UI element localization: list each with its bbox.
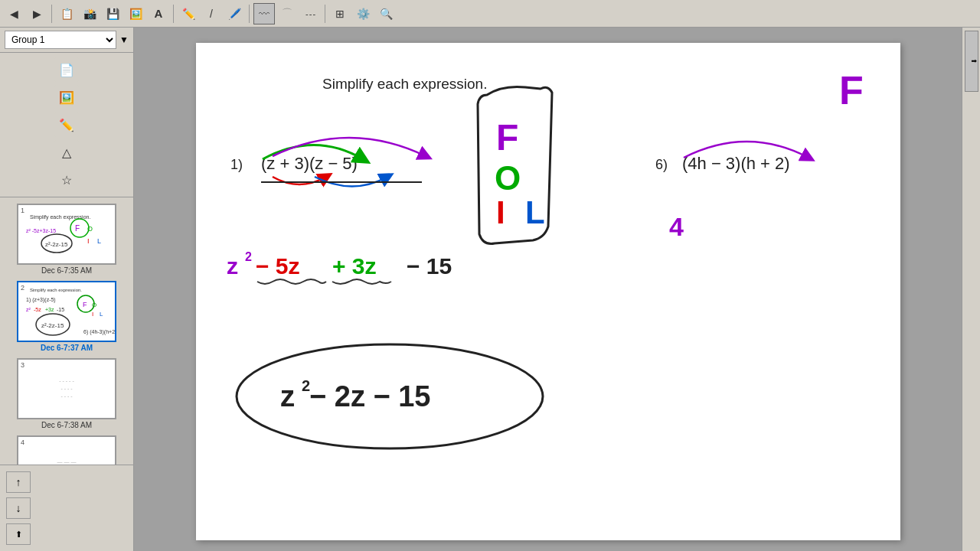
svg-text:-15: -15 <box>57 307 64 312</box>
prob6-expr: (4h − 3)(h + 2) <box>682 154 790 173</box>
sidebar: Group 1 ▼ 📄 🖼️ ✏️ △ ☆ 1 Simplify e <box>0 28 134 551</box>
group-select[interactable]: Group 1 <box>5 31 116 49</box>
copy-btn[interactable]: 📋 <box>56 3 77 24</box>
sidebar-header: Group 1 ▼ <box>0 28 133 53</box>
slide-label-3: Dec 6-7:38 AM <box>41 421 92 429</box>
step-minus5z: − 5z <box>256 253 300 279</box>
share-btn[interactable]: ⬆ <box>6 523 31 545</box>
highlighter-btn[interactable]: 🖊️ <box>224 3 245 24</box>
slide-label-1: Dec 6-7:35 AM <box>41 266 92 275</box>
slide-thumb-2[interactable]: 2 Simplify each expression. z²-2z-15 z² … <box>17 281 116 342</box>
svg-text:z²-2z-15: z²-2z-15 <box>41 322 64 329</box>
svg-text:+3z: +3z <box>45 307 54 312</box>
slide-thumb-4[interactable]: 4 — — —— — — <box>17 435 116 465</box>
step-minus15: − 15 <box>407 253 452 279</box>
svg-text:1) (z+3)(z-5): 1) (z+3)(z-5) <box>26 297 56 303</box>
right-scroll-btn[interactable]: ⬆ <box>965 31 978 92</box>
answer-z2-exp: 2 <box>302 377 310 394</box>
svg-text:F: F <box>75 224 80 233</box>
foil-f: F <box>496 117 518 158</box>
svg-text:z² -5z+3z-15: z² -5z+3z-15 <box>26 228 56 233</box>
sidebar-page-icon[interactable]: 📄 <box>54 57 79 82</box>
prob1-label: 1) <box>230 157 243 172</box>
svg-text:L: L <box>97 237 101 245</box>
svg-text:O: O <box>87 225 93 233</box>
right-sidebar: ⬆ <box>962 28 980 551</box>
sidebar-image-icon[interactable]: 🖼️ <box>54 85 79 109</box>
separator-3 <box>249 5 250 23</box>
nav-down-btn[interactable]: ↓ <box>6 497 31 519</box>
grid-btn[interactable]: ⊞ <box>329 3 351 24</box>
foil-i: I <box>496 194 505 230</box>
wb-title-text: Simplify each expression. <box>322 76 487 92</box>
svg-text:-5z: -5z <box>34 307 41 312</box>
canvas-area: Simplify each expression. F 1) (z + 3)(z… <box>134 28 962 551</box>
svg-text:I: I <box>92 311 93 318</box>
step-plus3z: + 3z <box>332 253 377 279</box>
answer-oval <box>237 344 543 448</box>
line-btn[interactable]: 〰 <box>253 3 275 24</box>
svg-text:Simplify each expression.: Simplify each expression. <box>30 288 82 292</box>
dashed-btn[interactable]: - - - <box>299 3 321 24</box>
svg-text:z²: z² <box>26 307 31 312</box>
red-arc-under <box>273 177 326 184</box>
svg-text:F: F <box>83 301 87 308</box>
search-btn[interactable]: 🔍 <box>375 3 397 24</box>
group-dropdown-arrow[interactable]: ▼ <box>119 34 129 45</box>
foil-blob <box>478 86 552 243</box>
main-area: Group 1 ▼ 📄 🖼️ ✏️ △ ☆ 1 Simplify e <box>0 28 980 551</box>
slide-item-2[interactable]: 2 Simplify each expression. z²-2z-15 z² … <box>6 281 127 352</box>
answer-rest: − 2z − 15 <box>309 380 430 412</box>
svg-text:I: I <box>87 237 90 245</box>
blue-arc-under <box>315 177 387 187</box>
corner-f: F <box>839 68 864 112</box>
pen-btn[interactable]: ✏️ <box>178 3 199 24</box>
back-button[interactable]: ◀ <box>3 3 24 24</box>
purple-arc-prob6 <box>684 142 808 158</box>
separator-2 <box>173 5 174 23</box>
slide-item-4[interactable]: 4 — — —— — — Dec 6-7:38 AM <box>6 435 127 465</box>
slide-item-1[interactable]: 1 Simplify each expression. z²-2z-15 z² … <box>6 204 127 275</box>
foil-o: O <box>495 159 521 197</box>
whiteboard: Simplify each expression. F 1) (z + 3)(z… <box>196 43 900 540</box>
forward-button[interactable]: ▶ <box>26 3 47 24</box>
prob6-label: 6) <box>655 157 668 172</box>
toolbar: ◀ ▶ 📋 📸 💾 🖼️ A ✏️ / 🖊️ 〰 ⌒ - - - ⊞ ⚙️ 🔍 <box>0 0 980 28</box>
green-arc-foil <box>263 145 363 160</box>
whiteboard-svg: Simplify each expression. F 1) (z + 3)(z… <box>196 43 900 540</box>
slide-item-3[interactable]: 3 - - - - -- - - -- - - - Dec 6-7:38 AM <box>6 358 127 429</box>
sidebar-bottom: ↑ ↓ ⬆ <box>0 465 133 551</box>
curve-btn[interactable]: ⌒ <box>276 3 298 24</box>
sidebar-shapes-icon[interactable]: △ <box>54 140 79 165</box>
svg-text:L: L <box>100 311 103 318</box>
slide-thumb-3[interactable]: 3 - - - - -- - - -- - - - <box>17 358 116 419</box>
separator-4 <box>325 5 325 23</box>
foil-l: L <box>525 194 545 230</box>
save-btn[interactable]: 💾 <box>102 3 123 24</box>
purple-arc-foil <box>273 138 426 156</box>
svg-text:O: O <box>92 302 96 308</box>
step-z2: z <box>227 253 238 279</box>
separator-1 <box>51 5 52 23</box>
answer-z2: z <box>280 380 295 412</box>
prob1-expr: (z + 3)(z − 5) <box>261 154 358 173</box>
pen2-btn[interactable]: / <box>201 3 222 24</box>
slide-thumb-1[interactable]: 1 Simplify each expression. z²-2z-15 z² … <box>17 204 116 265</box>
svg-text:6) (4h-3)(h+2): 6) (4h-3)(h+2) <box>83 329 116 335</box>
slides-panel: 1 Simplify each expression. z²-2z-15 z² … <box>0 197 133 465</box>
screenshot-btn[interactable]: 📸 <box>79 3 100 24</box>
squiggle-3z <box>332 279 391 284</box>
nav-up-btn[interactable]: ↑ <box>6 471 31 493</box>
sidebar-star-icon[interactable]: ☆ <box>54 168 79 192</box>
svg-text:z²-2z-15: z²-2z-15 <box>45 241 68 248</box>
image-btn[interactable]: 🖼️ <box>125 3 146 24</box>
step-z2-exp: 2 <box>245 250 252 263</box>
text-btn[interactable]: A <box>148 3 169 24</box>
squiggle-5z <box>257 279 326 284</box>
settings-btn[interactable]: ⚙️ <box>352 3 374 24</box>
sidebar-pen-icon[interactable]: ✏️ <box>54 112 79 137</box>
slide-label-2: Dec 6-7:37 AM <box>41 344 93 352</box>
purple-4: 4 <box>669 212 684 241</box>
